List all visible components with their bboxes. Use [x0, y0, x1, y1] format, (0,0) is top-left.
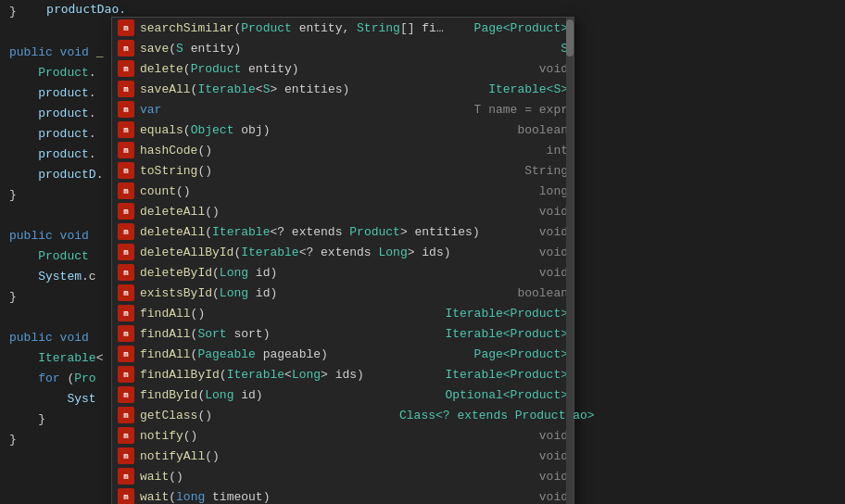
completion-name: searchSimilar(Product entity, String[] f… — [140, 21, 444, 35]
code-text: System.c — [9, 267, 96, 287]
scrollbar[interactable] — [566, 18, 574, 504]
method-icon: m — [118, 19, 134, 36]
list-item[interactable]: m wait(long timeout) void — [112, 486, 574, 504]
code-text: public — [9, 43, 60, 63]
completion-name: findById(Long id) — [140, 388, 399, 402]
completion-name: findAll() — [140, 307, 399, 321]
list-item[interactable]: m save(S entity) S — [112, 38, 574, 58]
list-item[interactable]: m notifyAll() void — [112, 446, 574, 466]
completion-return: String — [399, 164, 568, 178]
completion-name: toString() — [140, 164, 399, 178]
completion-name: existsById(Long id) — [140, 286, 399, 300]
code-text: product. — [9, 145, 96, 165]
completion-name: notify() — [140, 429, 399, 443]
list-item[interactable]: m getClass() Class<? extends ProductDao> — [112, 405, 574, 425]
code-text: for (Pro — [9, 369, 96, 389]
list-item[interactable]: m hashCode() int — [112, 140, 574, 160]
code-text — [9, 308, 17, 328]
method-icon: m — [118, 468, 134, 485]
completion-return: boolean — [399, 123, 568, 137]
method-icon: m — [118, 81, 134, 97]
list-item[interactable]: m findAllById(Iterable<Long> ids) Iterab… — [112, 364, 574, 384]
completion-return: void — [451, 246, 568, 259]
method-icon: m — [118, 244, 134, 260]
method-icon: m — [118, 101, 134, 118]
method-icon: m — [118, 447, 134, 464]
code-text: Product — [9, 246, 89, 267]
list-item[interactable]: m notify() void — [112, 425, 574, 446]
list-item[interactable]: m findAll() Iterable<Product> — [112, 303, 574, 323]
trigger-text: productDao. — [46, 2, 126, 16]
completion-name: deleteById(Long id) — [140, 266, 399, 280]
list-item[interactable]: m count() long — [112, 181, 574, 201]
completion-return: void — [399, 62, 568, 76]
autocomplete-dropdown[interactable]: m searchSimilar(Product entity, String[]… — [111, 17, 574, 504]
code-text: } — [9, 430, 17, 450]
method-icon: m — [118, 488, 134, 504]
method-icon: m — [118, 264, 134, 281]
code-text: Syst — [9, 389, 96, 410]
list-item[interactable]: m var T name = expr — [112, 99, 574, 120]
list-item[interactable]: m searchSimilar(Product entity, String[]… — [112, 18, 574, 38]
code-text: public — [9, 328, 60, 348]
list-item[interactable]: m deleteById(Long id) void — [112, 262, 574, 283]
list-item[interactable]: m delete(Product entity) void — [112, 58, 574, 79]
completion-name: deleteAll() — [140, 205, 399, 219]
completion-return: long — [399, 184, 568, 198]
list-item[interactable]: m toString() String — [112, 160, 574, 181]
method-icon: m — [118, 162, 134, 179]
method-icon: m — [118, 366, 134, 383]
completion-return: S — [399, 42, 568, 56]
method-icon: m — [118, 305, 134, 321]
list-item[interactable]: m equals(Object obj) boolean — [112, 120, 574, 140]
completion-name: save(S entity) — [140, 42, 399, 56]
method-icon: m — [118, 284, 134, 301]
code-text: productD. — [9, 165, 103, 185]
list-item[interactable]: m existsById(Long id) boolean — [112, 283, 574, 303]
code-text — [9, 206, 17, 226]
completion-name: deleteAllById(Iterable<? extends Long> i… — [140, 246, 451, 259]
completion-name: hashCode() — [140, 144, 399, 158]
list-item[interactable]: m wait() void — [112, 466, 574, 486]
completion-return: void — [399, 205, 568, 219]
completion-return: void — [480, 225, 568, 239]
scrollbar-thumb[interactable] — [566, 19, 574, 57]
completion-name: var — [140, 103, 399, 117]
completion-return: Optional<Product> — [399, 388, 568, 402]
list-item[interactable]: m findAll(Sort sort) Iterable<Product> — [112, 323, 574, 344]
code-text: product. — [9, 104, 96, 124]
code-text: Product. — [9, 63, 96, 83]
completion-return: void — [399, 266, 568, 280]
method-icon: m — [118, 60, 134, 77]
completion-return: void — [399, 470, 568, 484]
list-item[interactable]: m findAll(Pageable pageable) Page<Produc… — [112, 344, 574, 364]
completion-return: Page<Product> — [399, 347, 568, 361]
code-text: public — [9, 226, 60, 246]
completion-name: getClass() — [140, 409, 399, 422]
list-item[interactable]: m findById(Long id) Optional<Product> — [112, 384, 574, 405]
method-icon: m — [118, 407, 134, 423]
completion-name: delete(Product entity) — [140, 62, 399, 76]
completion-name: count() — [140, 184, 399, 198]
list-item[interactable]: m saveAll(Iterable<S> entities) Iterable… — [112, 79, 574, 99]
completion-return: Iterable<S> — [399, 82, 568, 96]
code-text: product. — [9, 124, 96, 145]
method-icon: m — [118, 325, 134, 342]
completion-name: findAll(Sort sort) — [140, 327, 399, 341]
code-text: } — [9, 2, 17, 22]
code-text: } — [9, 185, 17, 206]
list-item[interactable]: m deleteAll(Iterable<? extends Product> … — [112, 221, 574, 242]
completion-name: saveAll(Iterable<S> entities) — [140, 82, 399, 96]
list-item[interactable]: m deleteAllById(Iterable<? extends Long>… — [112, 242, 574, 262]
completion-return: void — [399, 490, 568, 504]
completion-return: Iterable<Product> — [399, 307, 568, 321]
completion-return: Iterable<Product> — [399, 327, 568, 341]
completion-return: void — [399, 429, 568, 443]
completion-name: wait() — [140, 470, 399, 484]
completion-name: deleteAll(Iterable<? extends Product> en… — [140, 225, 480, 239]
code-text: } — [9, 287, 17, 308]
method-icon: m — [118, 142, 134, 158]
method-icon: m — [118, 223, 134, 240]
list-item[interactable]: m deleteAll() void — [112, 201, 574, 221]
method-icon: m — [118, 203, 134, 220]
